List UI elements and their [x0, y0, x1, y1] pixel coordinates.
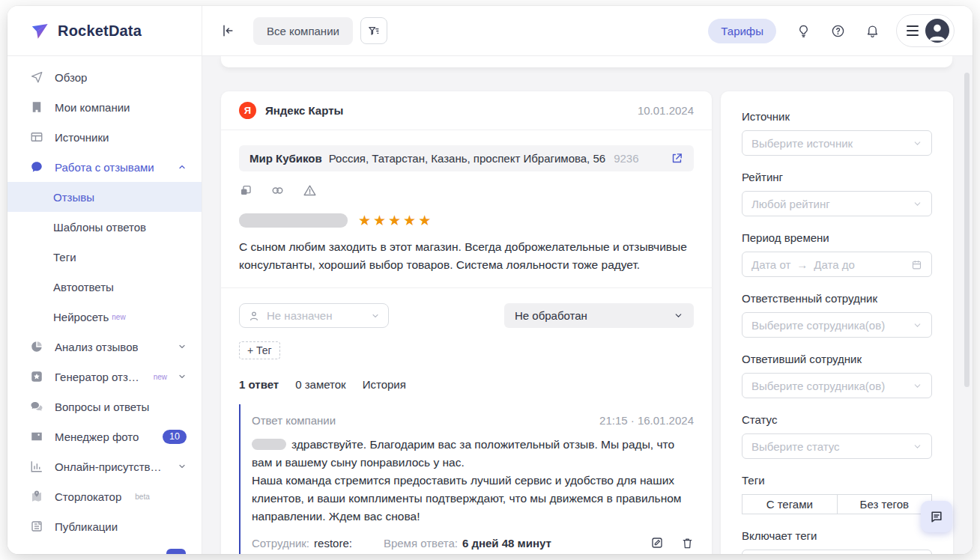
notifications-button[interactable] — [865, 24, 880, 38]
help-button[interactable] — [831, 24, 845, 38]
date-range-input[interactable]: Дата от → Дата до — [742, 252, 932, 277]
sidebar-item-publications[interactable]: Публикации — [7, 511, 202, 541]
lightbulb-icon — [796, 24, 811, 38]
tab-notes[interactable]: 0 заметок — [295, 378, 346, 391]
copy-link-button[interactable] — [270, 183, 285, 198]
scrollbar[interactable] — [964, 73, 970, 387]
chevron-down-icon — [178, 342, 187, 351]
responder-placeholder: Выберите сотрудника(ов) — [751, 380, 885, 392]
chevron-down-icon — [178, 372, 187, 381]
sidebar-item-label: Менеджер фото — [55, 430, 139, 443]
sidebar-item-reviews-section[interactable]: Работа с отзывами — [7, 152, 202, 182]
previous-card-edge — [221, 56, 952, 67]
sidebar-item-label: Публикации — [55, 520, 118, 533]
reply-title: Ответ компании — [252, 414, 336, 427]
yandex-maps-icon: Я — [239, 102, 256, 119]
delete-reply-button[interactable] — [681, 536, 694, 550]
sidebar-item-label: Анализ отзывов — [55, 341, 138, 353]
map-icon — [30, 490, 44, 504]
subitem-label: Автоответы — [53, 281, 114, 293]
brand-name: RocketData — [58, 22, 142, 40]
sidebar-item-label: Онлайн-присутствие ... — [55, 460, 167, 473]
pie-chart-icon — [30, 340, 44, 354]
sidebar-item-online-presence[interactable]: Онлайн-присутствие ... — [7, 451, 202, 481]
subitem-label: Теги — [53, 251, 76, 264]
sidebar-subitem-reply-templates[interactable]: Шаблоны ответов — [7, 212, 202, 242]
reply-datetime: 21:15 · 16.01.2024 — [599, 414, 694, 427]
sidebar-item-review-analysis[interactable]: Анализ отзывов — [7, 332, 202, 362]
chevron-down-icon — [913, 381, 922, 391]
tab-history[interactable]: История — [363, 378, 406, 391]
sidebar-item-label: Обзор — [55, 71, 87, 84]
chevron-down-icon — [913, 320, 922, 330]
bell-icon — [865, 24, 880, 38]
review-date: 10.01.2024 — [638, 104, 694, 117]
sidebar-item-review-generator[interactable]: Генератор отзывов new — [7, 362, 202, 392]
sidebar-item-label: Мои компании — [55, 101, 130, 114]
assignee-select[interactable]: Не назначен — [239, 303, 389, 328]
tab-replies[interactable]: 1 ответ — [239, 378, 279, 391]
edit-reply-button[interactable] — [650, 536, 664, 550]
topbar: Все компании Тарифы — [202, 6, 973, 56]
reply-text: здравствуйте. Благодарим вас за положите… — [252, 436, 694, 526]
location-bar: Мир Кубиков Россия, Татарстан, Казань, п… — [239, 145, 694, 171]
rocketdata-logo-icon — [30, 21, 50, 41]
filter-period-label: Период времени — [742, 231, 932, 244]
reply-header: Ответ компании 21:15 · 16.01.2024 — [252, 414, 694, 427]
subitem-label: Отзывы — [53, 191, 94, 204]
hamburger-icon — [907, 25, 919, 36]
review-card: Я Яндекс Карты 10.01.2024 Мир Кубиков Ро… — [221, 91, 712, 554]
source-select[interactable]: Выберите источник — [742, 130, 932, 156]
trash-icon — [681, 537, 694, 550]
filter-includes-tags-label: Включает теги — [742, 529, 932, 542]
user-menu[interactable] — [896, 14, 955, 47]
company-filter-settings-button[interactable] — [360, 17, 387, 44]
copy-icon — [239, 184, 252, 198]
sidebar-item-my-companies[interactable]: Мои компании — [7, 92, 202, 122]
status-select[interactable]: Не обработан — [504, 303, 694, 328]
report-review-button[interactable] — [303, 183, 317, 198]
brand-logo[interactable]: RocketData — [7, 6, 202, 56]
chevron-down-icon — [178, 462, 187, 471]
responsible-select[interactable]: Выберите сотрудника(ов) — [742, 312, 932, 338]
sidebar-subitem-reviews[interactable]: Отзывы — [7, 182, 202, 212]
sidebar-subitem-neural-network[interactable]: Нейросеть new — [7, 302, 202, 332]
chevron-down-icon — [913, 139, 922, 148]
sidebar-item-sources[interactable]: Источники — [7, 122, 202, 152]
review-controls: Не назначен Не обработан — [239, 303, 694, 328]
external-link-icon[interactable] — [671, 152, 683, 165]
tags-without-button[interactable]: Без тегов — [837, 495, 932, 514]
review-source: Яндекс Карты — [265, 104, 343, 117]
sidebar: RocketData Обзор Мои компании Источники — [7, 6, 202, 554]
sidebar-item-store-locator[interactable]: Сторлокатор beta — [7, 481, 202, 511]
sidebar-item-overview[interactable]: Обзор — [7, 62, 202, 92]
chevron-down-icon — [913, 442, 922, 451]
support-chat-button[interactable] — [921, 501, 952, 532]
collapse-sidebar-button[interactable] — [220, 23, 235, 38]
tips-button[interactable] — [796, 24, 811, 38]
review-card-header: Я Яндекс Карты 10.01.2024 — [221, 91, 712, 130]
chevron-up-icon — [178, 162, 187, 171]
filter-responder-label: Ответивший сотрудник — [742, 353, 932, 365]
rating-placeholder: Любой рейтинг — [751, 198, 830, 210]
company-filter-button[interactable]: Все компании — [253, 17, 353, 45]
sidebar-item-label: Сторлокатор — [55, 490, 121, 503]
tariffs-button[interactable]: Тарифы — [708, 19, 776, 43]
warning-icon — [303, 183, 317, 198]
chat-bubble-icon — [929, 509, 944, 524]
sidebar-item-photo-manager[interactable]: Менеджер фото 10 — [7, 421, 202, 451]
chevron-down-icon — [674, 311, 683, 320]
responder-select[interactable]: Выберите сотрудника(ов) — [742, 373, 932, 398]
sidebar-subitem-tags[interactable]: Теги — [7, 242, 202, 272]
new-badge: new — [112, 313, 125, 321]
copy-review-button[interactable] — [239, 183, 252, 198]
collapse-icon — [220, 23, 235, 38]
rating-select[interactable]: Любой рейтинг — [742, 191, 932, 216]
status-filter-select[interactable]: Выберите статус — [742, 433, 932, 459]
add-tag-button[interactable]: + Тег — [239, 341, 280, 359]
app-window: RocketData Обзор Мои компании Источники — [7, 6, 973, 554]
sidebar-subitem-autoreplies[interactable]: Автоответы — [7, 272, 202, 302]
tags-with-button[interactable]: С тегами — [742, 495, 837, 514]
sidebar-item-questions-answers[interactable]: Вопросы и ответы — [7, 392, 202, 421]
includes-tags-select[interactable]: Выберите теги — [742, 550, 932, 554]
